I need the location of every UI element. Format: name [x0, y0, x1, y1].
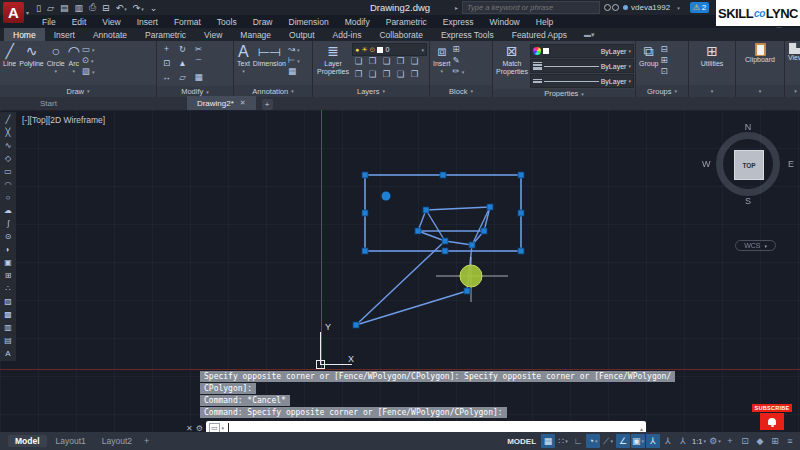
- create-block-icon[interactable]: ⊞: [453, 45, 460, 54]
- multileader-dropdown-icon[interactable]: ▾: [297, 47, 300, 53]
- hatch-dropdown-icon[interactable]: ▾: [92, 69, 95, 75]
- app-logo[interactable]: A: [3, 2, 24, 23]
- layer-merge-icon[interactable]: ❐: [408, 70, 421, 82]
- ellipse-arc-icon[interactable]: ◗: [0, 243, 16, 256]
- layer-match-icon[interactable]: ❏: [408, 57, 421, 69]
- insert-block-icon[interactable]: ▣: [0, 256, 16, 269]
- new-file-icon[interactable]: ▯: [34, 3, 43, 13]
- text-icon[interactable]: A: [0, 347, 16, 360]
- ribbon-tab-home[interactable]: Home: [4, 28, 45, 41]
- menu-insert[interactable]: Insert: [129, 17, 166, 27]
- region-icon[interactable]: ▥: [0, 321, 16, 334]
- layer-on-icon[interactable]: ❐: [380, 70, 393, 82]
- block-attribute-icon[interactable]: ✏: [453, 67, 460, 76]
- panel-utilities-label[interactable]: ▾: [689, 85, 735, 97]
- menu-dimension[interactable]: Dimension: [281, 17, 337, 27]
- panel-groups-label[interactable]: Groups▾: [636, 85, 688, 97]
- layer-color-swatch[interactable]: [377, 47, 383, 53]
- ribbon-tab-collaborate[interactable]: Collaborate: [370, 28, 431, 41]
- layer-walk-icon[interactable]: ❏: [394, 70, 407, 82]
- annotation-scale-value-dropdown[interactable]: ▾: [703, 438, 706, 444]
- clipboard-button[interactable]: Clipboard: [744, 43, 776, 64]
- insert-dropdown-icon[interactable]: ▾: [441, 68, 444, 74]
- dimension-button[interactable]: ⟝⟞ Dimension: [252, 43, 287, 68]
- panel-block-label[interactable]: Block▾: [430, 85, 492, 97]
- layer-thaw-sun-icon[interactable]: ☀: [361, 46, 367, 54]
- workspace-switching-icon-dropdown[interactable]: ▾: [718, 438, 721, 444]
- clean-screen-icon[interactable]: ⊞: [768, 434, 782, 448]
- file-tab-close-icon[interactable]: ✕: [240, 99, 246, 107]
- menu-file[interactable]: File: [34, 17, 64, 27]
- annotation-scale-value[interactable]: 1:1▾: [691, 434, 707, 448]
- menu-window[interactable]: Window: [482, 17, 528, 27]
- group-selection-icon[interactable]: ⊡: [660, 67, 667, 76]
- wcs-dropdown[interactable]: WCS ▾: [735, 240, 776, 251]
- isometric-drafting-icon[interactable]: ⟋▾: [601, 434, 615, 448]
- ribbon-tab-view[interactable]: View: [195, 28, 231, 41]
- match-properties-button[interactable]: ⊠ Match Properties: [495, 43, 529, 76]
- grid-display-icon[interactable]: ▦: [541, 434, 555, 448]
- layer-on-bulb-icon[interactable]: ●: [355, 46, 359, 53]
- group-edit-icon[interactable]: ⊞: [660, 56, 667, 65]
- rectangle-tool-icon[interactable]: ▭: [82, 45, 90, 54]
- command-expand-icon[interactable]: ▴: [640, 425, 643, 432]
- table-tool-icon[interactable]: ▦: [288, 67, 296, 76]
- notification-badge[interactable]: ⚠ 2: [690, 2, 710, 13]
- layer-freeze-icon[interactable]: ❐: [366, 57, 379, 69]
- table-icon[interactable]: ▤: [0, 334, 16, 347]
- menu-express[interactable]: Express: [435, 17, 482, 27]
- polar-tracking-icon[interactable]: ◔▾: [586, 434, 600, 448]
- ellipse-icon[interactable]: ⊙: [0, 230, 16, 243]
- multileader-tool-icon[interactable]: ↝: [288, 45, 295, 54]
- linetype-dropdown[interactable]: ByLayer ▾: [530, 74, 634, 88]
- layer-prev-icon[interactable]: ❐: [352, 70, 365, 82]
- viewport-controls[interactable]: [-][Top][2D Wireframe]: [22, 115, 105, 125]
- menu-edit[interactable]: Edit: [64, 17, 95, 27]
- revision-cloud-icon[interactable]: ☁: [0, 204, 16, 217]
- ribbon-tab-express-tools[interactable]: Express Tools: [432, 28, 503, 41]
- edit-block-icon[interactable]: ✎: [453, 56, 460, 65]
- polyline-icon[interactable]: ∿: [0, 139, 16, 152]
- object-color-dropdown[interactable]: ByLayer ▾: [530, 44, 634, 58]
- ellipse-tool-icon[interactable]: ⊙: [82, 56, 89, 65]
- ribbon-tab-manage[interactable]: Manage: [231, 28, 280, 41]
- layer-dropdown[interactable]: ● ☀ ⊙ 0 ▾: [352, 43, 427, 56]
- rectangle-dropdown-icon[interactable]: ▾: [92, 47, 95, 53]
- copy-icon[interactable]: ⊡: [159, 59, 174, 72]
- ribbon-tab-output[interactable]: Output: [280, 28, 324, 41]
- new-drawing-tab-button[interactable]: +: [262, 99, 273, 110]
- graphics-performance-icon[interactable]: ◆: [753, 434, 767, 448]
- polygon-icon[interactable]: ◇: [0, 152, 16, 165]
- layer-lock-icon[interactable]: ⊙: [370, 46, 376, 54]
- open-file-icon[interactable]: ▱: [45, 3, 56, 13]
- lineweight-dropdown[interactable]: ByLayer ▾: [530, 59, 634, 73]
- leader-dropdown-icon[interactable]: ▾: [297, 58, 300, 64]
- subscribe-bell-button[interactable]: [760, 413, 784, 430]
- layer-lock-icon[interactable]: ❐: [394, 57, 407, 69]
- point-icon[interactable]: ∴: [0, 282, 16, 295]
- wcs-dropdown-icon[interactable]: ▾: [764, 243, 767, 249]
- menu-help[interactable]: Help: [528, 17, 561, 27]
- workspace-switching-icon[interactable]: ⚙▾: [708, 434, 722, 448]
- text-button[interactable]: A Text ▾: [236, 43, 251, 74]
- panel-layers-label[interactable]: Layers▾: [313, 85, 429, 97]
- ribbon-minimize-button[interactable]: ▬▾: [584, 31, 595, 39]
- undo-icon[interactable]: ↶▾: [114, 3, 129, 13]
- ribbon-tab-annotate[interactable]: Annotate: [84, 28, 136, 41]
- layer-off-icon[interactable]: ❏: [380, 57, 393, 69]
- redo-icon[interactable]: ↷▾: [131, 3, 146, 13]
- line-icon[interactable]: ╱: [0, 113, 16, 126]
- menu-tools[interactable]: Tools: [209, 17, 245, 27]
- scale-icon[interactable]: ▱: [175, 73, 190, 86]
- ribbon-tab-parametric[interactable]: Parametric: [136, 28, 195, 41]
- move-icon[interactable]: +: [159, 45, 174, 58]
- hatch-icon[interactable]: ▨: [0, 295, 16, 308]
- circle-dropdown-icon[interactable]: ▾: [54, 68, 57, 74]
- leader-tool-icon[interactable]: ⊢: [288, 56, 295, 65]
- recent-commands-dropdown-icon[interactable]: ▾: [222, 425, 225, 431]
- rotate-icon[interactable]: ↻: [175, 45, 190, 58]
- text-dropdown-icon[interactable]: ▾: [242, 68, 245, 74]
- menu-parametric[interactable]: Parametric: [378, 17, 435, 27]
- isometric-drafting-icon-dropdown[interactable]: ▾: [610, 438, 613, 444]
- polar-tracking-icon-dropdown[interactable]: ▾: [595, 438, 598, 444]
